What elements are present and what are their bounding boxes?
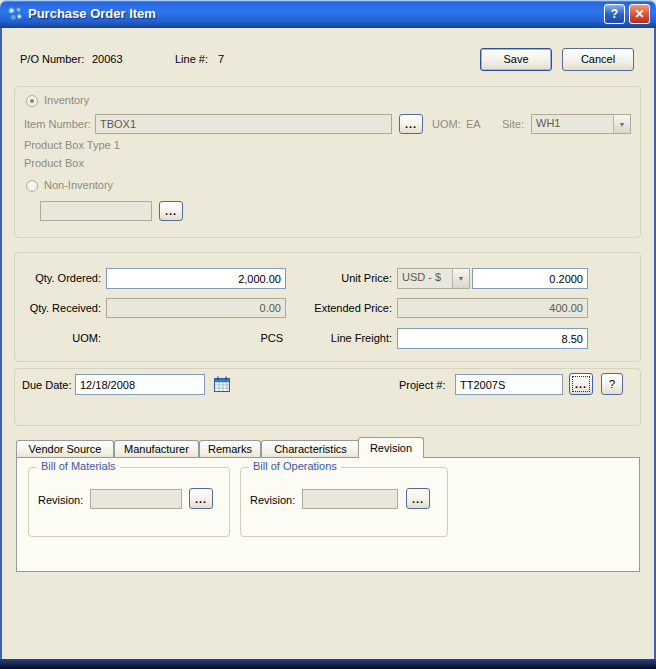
site-dropdown-value: WH1 [532,115,613,133]
inventory-radio[interactable] [26,95,38,107]
window-border-left [0,28,2,659]
due-date-label: Due Date: [22,379,72,391]
project-browse-button[interactable]: ... [569,373,593,395]
titlebar-help-button[interactable]: ? [604,4,625,24]
qty-received-input[interactable] [106,298,286,318]
non-inventory-radio-label: Non-Inventory [44,179,113,191]
project-help-button[interactable]: ? [601,373,623,395]
uom-value: EA [466,118,481,130]
calendar-icon[interactable] [212,374,232,394]
extended-price-input[interactable] [397,298,588,318]
qty-received-label: Qty. Received: [14,302,101,314]
close-icon: ✕ [634,7,644,21]
line-freight-label: Line Freight: [302,332,392,344]
boo-revision-input[interactable] [302,489,398,509]
po-number-label: P/O Number: [20,53,84,65]
close-button[interactable]: ✕ [629,4,650,24]
item-number-input[interactable] [95,114,392,134]
app-icon [7,6,23,22]
extended-price-label: Extended Price: [302,302,392,314]
cancel-button[interactable]: Cancel [562,48,634,71]
currency-dropdown[interactable]: USD - $ ▼ [397,268,470,289]
non-inventory-browse-button[interactable]: ... [159,201,183,221]
item-number-label: Item Number: [24,118,91,130]
tab-vendor-source[interactable]: Vendor Source [16,440,114,458]
item-description-line1: Product Box Type 1 [24,139,120,151]
tab-remarks[interactable]: Remarks [199,440,261,458]
line-number-label: Line #: [175,53,208,65]
bill-of-materials-caption: Bill of Materials [37,460,120,472]
window-title: Purchase Order Item [28,6,156,21]
line-freight-input[interactable] [397,328,588,349]
bom-browse-button[interactable]: ... [189,488,213,509]
window-border-bottom [0,659,656,669]
help-icon: ? [611,7,618,21]
qty-ordered-label: Qty. Ordered: [14,272,101,284]
bom-revision-label: Revision: [38,494,83,506]
tab-manufacturer[interactable]: Manufacturer [114,440,199,458]
site-label: Site: [502,118,524,130]
pricing-uom-label: UOM: [14,332,101,344]
site-dropdown[interactable]: WH1 ▼ [531,114,631,134]
pricing-uom-value: PCS [106,332,283,344]
currency-dropdown-value: USD - $ [398,269,452,288]
non-inventory-radio[interactable] [26,180,38,192]
purchase-order-item-dialog: Purchase Order Item ? ✕ P/O Number: 2006… [0,0,656,669]
chevron-down-icon: ▼ [613,115,630,133]
item-browse-button[interactable]: ... [399,114,423,134]
boo-revision-label: Revision: [250,494,295,506]
chevron-down-icon: ▼ [452,269,469,288]
qty-ordered-input[interactable] [106,268,286,289]
due-date-input[interactable] [75,374,205,395]
bom-revision-input[interactable] [90,489,182,509]
project-number-label: Project #: [399,379,445,391]
tab-revision[interactable]: Revision [358,437,424,458]
po-number-value: 20063 [92,53,123,65]
title-bar: Purchase Order Item ? ✕ [0,0,656,28]
item-description-line2: Product Box [24,157,84,169]
uom-label: UOM: [432,118,461,130]
unit-price-label: Unit Price: [302,272,392,284]
project-number-input[interactable] [455,374,563,395]
line-number-value: 7 [218,53,224,65]
unit-price-input[interactable] [472,268,588,289]
save-button[interactable]: Save [480,48,552,71]
inventory-radio-label: Inventory [44,94,89,106]
tab-characteristics[interactable]: Characteristics [261,440,360,458]
bill-of-operations-caption: Bill of Operations [249,460,341,472]
non-inventory-input[interactable] [40,201,152,221]
boo-browse-button[interactable]: ... [406,488,430,509]
